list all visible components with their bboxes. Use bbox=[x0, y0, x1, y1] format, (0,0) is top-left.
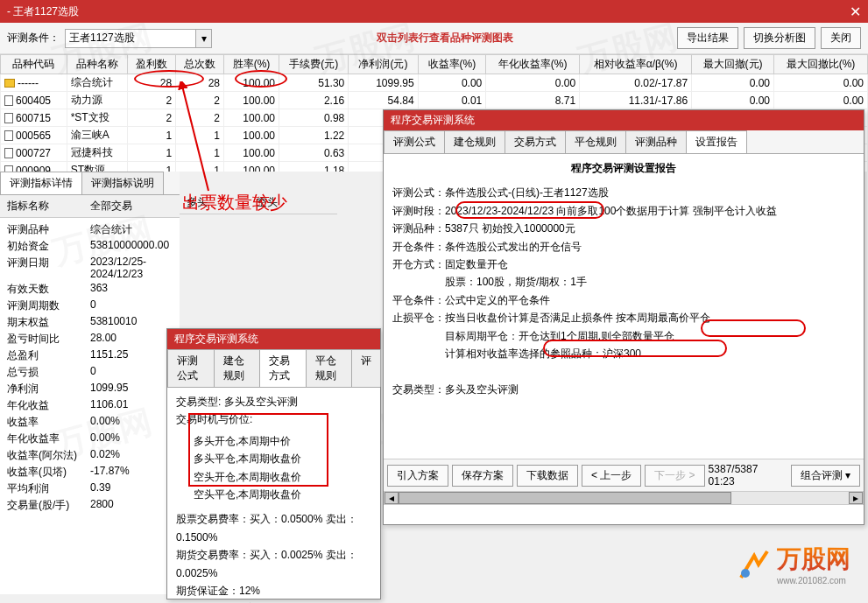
table-row[interactable]: ------综合统计2828100.0051.301099.950.000.00… bbox=[1, 74, 868, 92]
col-long: 多头 bbox=[187, 195, 257, 210]
col-header[interactable]: 年化收益率(%) bbox=[486, 55, 580, 74]
detail-row: 交易量(股/手)2800 bbox=[7, 497, 173, 514]
report-line: 开仓条件：条件选股公式发出的开仓信号 bbox=[392, 238, 855, 256]
tab-detail[interactable]: 评测指标详情 bbox=[0, 172, 82, 194]
logo-url: www.201082.com bbox=[777, 576, 850, 585]
p1-l1: 交易类型: 多头及空头评测 bbox=[176, 393, 371, 410]
col-header[interactable]: 盈利数 bbox=[128, 55, 176, 74]
chevron-down-icon[interactable]: ▾ bbox=[196, 29, 212, 48]
col-header[interactable]: 品种代码 bbox=[1, 55, 67, 74]
save-button[interactable]: 保存方案 bbox=[452, 465, 513, 487]
tab-item[interactable]: 建仓规则 bbox=[214, 349, 261, 387]
condition-combo[interactable]: ▾ bbox=[65, 29, 212, 48]
tab-item[interactable]: 建仓规则 bbox=[444, 130, 505, 153]
trade-rule-line: 空头平仓,本周期收盘价 bbox=[194, 486, 371, 503]
p1-l2: 交易时机与价位: bbox=[176, 410, 371, 428]
col-header[interactable]: 胜率(%) bbox=[223, 55, 279, 74]
col-all: 全部交易 bbox=[90, 199, 138, 214]
report-line: 评测品种：5387只 初始投入1000000元 bbox=[392, 220, 855, 237]
tab-item[interactable]: 设置报告 bbox=[686, 130, 747, 153]
p1-margin: 期货保证金：12% bbox=[176, 582, 371, 599]
detail-row: 收益率(阿尔法)0.02% bbox=[7, 447, 173, 464]
col-header[interactable]: 手续费(元) bbox=[279, 55, 349, 74]
trade-rule-line: 多头平仓,本周期收盘价 bbox=[194, 450, 371, 467]
folder-icon bbox=[4, 79, 15, 88]
report-line: 目标周期平仓：开仓达到1个周期,则全部数量平仓 bbox=[392, 327, 855, 345]
popup-trade-system-1: 程序交易评测系统 评测公式建仓规则交易方式平仓规则评 交易类型: 多头及空头评测… bbox=[166, 328, 381, 599]
col-header[interactable]: 品种名称 bbox=[67, 55, 128, 74]
prev-button[interactable]: < 上一步 bbox=[582, 465, 641, 487]
col-short: 空头 bbox=[257, 195, 278, 210]
popup-trade-system-2: 程序交易评测系统 评测公式建仓规则交易方式平仓规则评测品种设置报告 程序交易评测… bbox=[383, 109, 864, 525]
tab-item[interactable]: 评测品种 bbox=[625, 130, 687, 153]
report-line: 开仓方式：固定数量开仓 bbox=[392, 256, 855, 273]
col-header[interactable]: 总次数 bbox=[176, 55, 224, 74]
watermark-logo: 万股网 www.201082.com bbox=[737, 543, 850, 585]
status-text: 5387/5387 01:23 bbox=[709, 463, 787, 487]
table-row[interactable]: 600405动力源22100.002.1654.840.018.7111.31/… bbox=[1, 92, 868, 109]
detail-row: 初始资金53810000000.00 bbox=[7, 238, 173, 255]
col-header[interactable]: 净利润(元) bbox=[349, 55, 418, 74]
detail-row: 总亏损0 bbox=[7, 364, 173, 381]
tab-item[interactable]: 评测公式 bbox=[384, 130, 445, 153]
col-header[interactable]: 最大回撤(元) bbox=[692, 55, 774, 74]
detail-row: 评测周期数0 bbox=[7, 298, 173, 314]
close-button[interactable]: 关闭 bbox=[821, 27, 861, 49]
condition-input[interactable] bbox=[65, 29, 196, 48]
popup2-title: 程序交易评测系统 bbox=[384, 110, 864, 130]
p1-future: 期货交易费率：买入：0.0025% 卖出：0.0025% bbox=[176, 546, 371, 582]
hint-text: 双击列表行查看品种评测图表 bbox=[377, 31, 513, 46]
scroll-left-icon[interactable]: ◂ bbox=[385, 492, 399, 504]
tab-item[interactable]: 评 bbox=[351, 349, 381, 387]
col-header[interactable]: 最大回撤比(%) bbox=[773, 55, 867, 74]
detail-row: 总盈利1151.25 bbox=[7, 347, 173, 364]
export-button[interactable]: 导出结果 bbox=[677, 27, 738, 49]
doc-icon bbox=[4, 130, 13, 141]
tab-item[interactable]: 平仓规则 bbox=[306, 349, 353, 387]
download-button[interactable]: 下载数据 bbox=[517, 465, 578, 487]
report-line: 股票：100股，期货/期权：1手 bbox=[392, 273, 855, 291]
detail-row: 平均利润0.39 bbox=[7, 480, 173, 497]
report-line: 计算相对收益率选择的参照品种：沪深300 bbox=[392, 345, 855, 362]
import-button[interactable]: 引入方案 bbox=[387, 465, 448, 487]
report-line: 平仓条件：公式中定义的平仓条件 bbox=[392, 291, 855, 309]
doc-icon bbox=[4, 148, 13, 158]
scrollbar-horizontal[interactable]: ◂ ▸ bbox=[384, 491, 864, 505]
close-icon[interactable]: ✕ bbox=[850, 4, 861, 20]
report-line: 止损平仓：按当日收盘价计算是否满足止损条件 按本周期最高价平仓 bbox=[392, 309, 855, 326]
detail-row: 评测日期2023/12/25-2024/12/23 bbox=[7, 255, 173, 281]
logo-text: 万股网 bbox=[777, 543, 850, 576]
title-bar: - 王者1127选股 ✕ bbox=[0, 0, 868, 23]
scroll-thumb[interactable] bbox=[399, 492, 731, 504]
detail-row: 收益率(贝塔)-17.87% bbox=[7, 464, 173, 480]
detail-row: 评测品种综合统计 bbox=[7, 221, 173, 238]
trade-rule-line: 多头开仓,本周期中价 bbox=[194, 432, 371, 450]
tab-desc[interactable]: 评测指标说明 bbox=[81, 172, 164, 194]
col-header[interactable]: 收益率(%) bbox=[418, 55, 486, 74]
condition-label: 评测条件： bbox=[7, 31, 60, 46]
col-header[interactable]: 相对收益率α/β(%) bbox=[580, 55, 692, 74]
tab-item[interactable]: 交易方式 bbox=[505, 130, 566, 153]
scroll-right-icon[interactable]: ▸ bbox=[849, 492, 863, 504]
p1-stock: 股票交易费率：买入：0.0500% 卖出：0.1500% bbox=[176, 510, 371, 546]
report-line bbox=[392, 362, 855, 380]
popup1-title: 程序交易评测系统 bbox=[167, 329, 380, 349]
detail-row: 年化收益率0.00% bbox=[7, 431, 173, 447]
combo-eval-button[interactable]: 组合评测 ▾ bbox=[791, 465, 860, 487]
detail-row: 盈亏时间比28.00 bbox=[7, 331, 173, 347]
svg-point-1 bbox=[741, 569, 750, 578]
report-line: 交易类型：多头及空头评测 bbox=[392, 381, 855, 398]
switch-chart-button[interactable]: 切换分析图 bbox=[744, 27, 815, 49]
tab-item[interactable]: 平仓规则 bbox=[565, 130, 626, 153]
tab-item[interactable]: 交易方式 bbox=[259, 349, 307, 387]
detail-row: 期末权益53810010 bbox=[7, 314, 173, 331]
detail-row: 年化收益1106.01 bbox=[7, 397, 173, 414]
tab-item[interactable]: 评测公式 bbox=[167, 349, 215, 387]
col-name: 指标名称 bbox=[7, 199, 90, 214]
doc-icon bbox=[4, 165, 13, 172]
detail-row: 有效天数363 bbox=[7, 281, 173, 298]
trade-rule-line: 空头开仓,本周期收盘价 bbox=[194, 468, 371, 486]
report-line: 评测时段：2023/12/23-2024/12/23 向前多取100个数据用于计… bbox=[392, 202, 855, 220]
doc-icon bbox=[4, 113, 13, 123]
doc-icon bbox=[4, 95, 13, 106]
